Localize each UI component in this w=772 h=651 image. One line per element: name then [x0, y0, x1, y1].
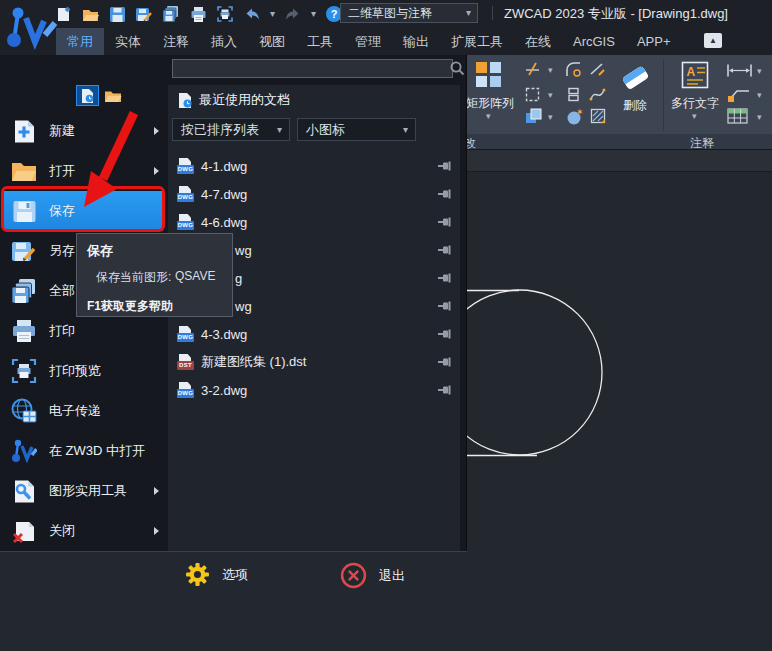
options-button[interactable]: 选项	[185, 562, 248, 587]
etransmit-globe-icon	[11, 398, 37, 424]
leader-icon[interactable]	[727, 86, 752, 103]
print-icon[interactable]	[189, 5, 207, 23]
dwg-file-icon: DWG	[177, 382, 194, 398]
tab-home[interactable]: 常用	[56, 28, 104, 55]
menu-item-open-in-zw3d[interactable]: 在 ZW3D 中打开	[0, 431, 168, 471]
spline-icon[interactable]	[589, 86, 606, 103]
break-icon[interactable]: ✶	[565, 107, 584, 126]
folder-icon	[104, 89, 122, 103]
page-wrench-icon	[11, 478, 37, 504]
file-row[interactable]: DWG 4-6.dwg	[168, 208, 460, 236]
pin-icon[interactable]	[437, 328, 452, 340]
file-row[interactable]: DWG 4-7.dwg	[168, 180, 460, 208]
ribbon-tabbar: 常用 实体 注释 插入 视图 工具 管理 输出 扩展工具 在线 ArcGIS A…	[56, 28, 682, 55]
tab-view[interactable]: 视图	[248, 28, 296, 55]
icon-size-dropdown[interactable]: 小图标 ▾	[297, 118, 416, 141]
chevron-down-icon[interactable]: ▾	[757, 113, 762, 122]
redo-history-caret-icon[interactable]: ▾	[311, 9, 316, 19]
zwcad-logo-icon[interactable]	[6, 4, 58, 51]
extend-icon[interactable]	[589, 61, 606, 78]
erase-icon[interactable]	[618, 63, 652, 91]
quick-access-toolbar: ▾ ▾ ?	[54, 3, 343, 25]
pin-icon[interactable]	[437, 384, 452, 396]
save-all-icon[interactable]	[162, 5, 180, 23]
pin-icon[interactable]	[437, 356, 452, 368]
fillet-icon[interactable]	[565, 61, 582, 78]
sort-order-dropdown[interactable]: 按已排序列表 ▾	[172, 118, 290, 141]
hatch-icon[interactable]	[589, 107, 608, 126]
chevron-down-icon[interactable]: ▾	[548, 91, 553, 100]
undo-history-caret-icon[interactable]: ▾	[270, 9, 275, 19]
undo-icon[interactable]	[243, 5, 261, 23]
dwg-file-icon: DWG	[177, 186, 194, 202]
tab-annotate[interactable]: 注释	[152, 28, 200, 55]
tab-express-tools[interactable]: 扩展工具	[440, 28, 514, 55]
save-as-icon	[11, 238, 37, 264]
tab-manage[interactable]: 管理	[344, 28, 392, 55]
collapse-ribbon-button[interactable]: ▲	[704, 33, 722, 48]
annotation-arrow-icon	[70, 105, 155, 217]
chevron-down-icon[interactable]: ▾	[757, 91, 762, 100]
dwg-file-icon: DWG	[177, 326, 194, 342]
chevron-down-icon[interactable]: ▾	[692, 112, 697, 121]
pin-icon[interactable]	[437, 160, 452, 172]
zwcad-window: 矩形阵列 ▾ ▾ ▾ ▾ ✶ 删除 A	[0, 0, 772, 651]
open-icon[interactable]	[81, 5, 99, 23]
exit-icon	[340, 562, 367, 589]
recent-documents-toggle[interactable]	[76, 85, 99, 106]
workspace-selector[interactable]: 二维草图与注释 ▾	[340, 3, 478, 23]
align-icon[interactable]	[565, 86, 582, 103]
save-all-icon	[11, 278, 37, 304]
new-icon[interactable]	[54, 5, 72, 23]
redo-icon[interactable]	[284, 5, 302, 23]
tab-app-plus[interactable]: APP+	[626, 28, 682, 55]
copy-icon[interactable]	[524, 107, 543, 126]
tab-tools[interactable]: 工具	[296, 28, 344, 55]
dwg-file-icon: DWG	[177, 214, 194, 230]
menu-item-print[interactable]: 打印	[0, 311, 168, 351]
menu-item-drawing-utilities[interactable]: 图形实用工具	[0, 471, 168, 511]
gear-icon	[185, 562, 210, 587]
pin-icon[interactable]	[437, 244, 452, 256]
chevron-down-icon[interactable]: ▾	[757, 67, 762, 76]
exit-button[interactable]: 退出	[340, 562, 405, 589]
tab-solid[interactable]: 实体	[104, 28, 152, 55]
open-documents-toggle[interactable]	[103, 87, 123, 104]
table-icon[interactable]	[727, 108, 748, 124]
tab-insert[interactable]: 插入	[200, 28, 248, 55]
mtext-icon[interactable]: A	[680, 60, 710, 90]
save-icon[interactable]	[108, 5, 126, 23]
chevron-down-icon[interactable]: ▾	[548, 66, 553, 75]
file-row[interactable]: DWG 4-3.dwg	[168, 320, 460, 348]
linear-dimension-icon[interactable]	[726, 63, 753, 78]
menu-item-close[interactable]: 关闭	[0, 511, 168, 551]
mtext-button[interactable]: 多行文字	[666, 95, 724, 112]
pin-icon[interactable]	[437, 216, 452, 228]
submenu-arrow-icon	[154, 527, 159, 535]
tooltip-command-label: 保存当前图形:	[96, 269, 171, 286]
search-input[interactable]	[172, 59, 453, 78]
erase-button[interactable]: 删除	[610, 97, 660, 114]
file-row[interactable]: DWG 3-2.dwg	[168, 376, 460, 404]
offset-icon[interactable]	[524, 86, 541, 103]
menu-item-etransmit[interactable]: 电子传递	[0, 391, 168, 431]
panel-separator	[663, 59, 664, 131]
file-row[interactable]: DST 新建图纸集 (1).dst	[168, 348, 460, 376]
pin-icon[interactable]	[437, 300, 452, 312]
save-as-icon[interactable]	[135, 5, 153, 23]
tab-online[interactable]: 在线	[514, 28, 562, 55]
tooltip-title: 保存	[87, 242, 113, 260]
rectangular-array-icon[interactable]	[476, 62, 502, 88]
file-row[interactable]: DWG 4-1.dwg	[168, 152, 460, 180]
chevron-down-icon[interactable]: ▾	[548, 113, 553, 122]
menu-item-print-preview[interactable]: 打印预览	[0, 351, 168, 391]
svg-text:A: A	[687, 65, 696, 79]
tab-arcgis[interactable]: ArcGIS	[562, 28, 626, 55]
trim-icon[interactable]	[524, 61, 541, 78]
tab-output[interactable]: 输出	[392, 28, 440, 55]
pin-icon[interactable]	[437, 272, 452, 284]
recent-document-icon	[178, 92, 192, 109]
pin-icon[interactable]	[437, 188, 452, 200]
plot-preview-icon[interactable]	[216, 5, 234, 23]
chevron-down-icon[interactable]: ▾	[486, 112, 491, 121]
